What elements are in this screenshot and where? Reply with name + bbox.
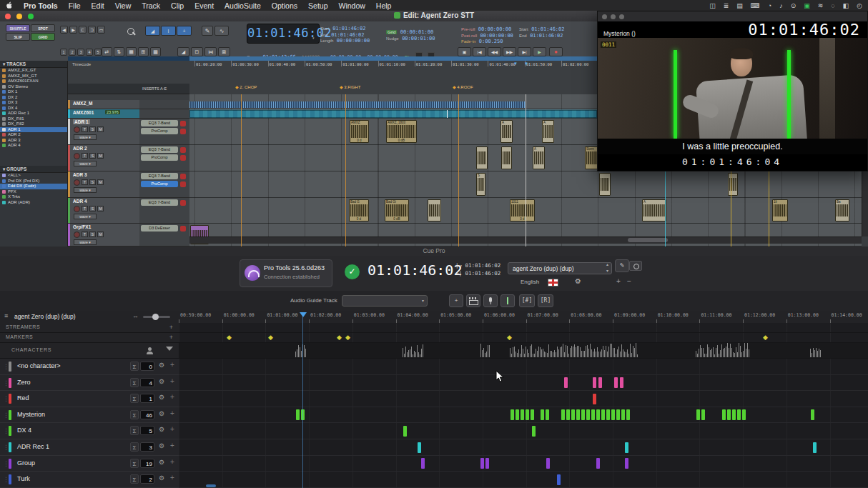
character-settings-icon[interactable]: ⚙	[159, 362, 164, 369]
cue-clip[interactable]	[620, 377, 623, 388]
menu-item-help[interactable]: Help	[376, 1, 392, 10]
menu-item-event[interactable]: Event	[194, 1, 214, 10]
track-t-button[interactable]: T	[82, 126, 88, 132]
cue-clip[interactable]	[403, 426, 407, 437]
camera-indicator-icon[interactable]: ▣	[804, 2, 810, 9]
cue-clip[interactable]	[737, 409, 741, 420]
character-add-icon[interactable]: +	[170, 458, 174, 466]
cue-pro-title-bar[interactable]: Cue Pro	[0, 247, 868, 257]
cue-clip[interactable]	[571, 409, 575, 420]
track-m-button[interactable]: M	[97, 206, 104, 211]
h-zoom-icon[interactable]: ↔	[132, 312, 139, 319]
group-item-fdd-dx-fudz[interactable]: Fdd DX (Fudz)	[0, 184, 67, 189]
menu-item-track[interactable]: Track	[142, 1, 160, 10]
audio-clip[interactable]	[476, 146, 488, 169]
selector-tool[interactable]: I	[161, 26, 176, 36]
character-settings-icon[interactable]: ⚙	[159, 426, 164, 433]
audio-clip-a[interactable]: A	[642, 199, 666, 221]
insert-bypass-button[interactable]	[180, 200, 186, 206]
character-row-turk[interactable]: ⋮TurkΣ2⚙+	[0, 472, 179, 488]
character-cue-count[interactable]: 3	[140, 442, 154, 452]
cue-clip[interactable]	[296, 409, 300, 420]
mode-shuffle[interactable]: SHUFFLE	[6, 24, 30, 32]
track-name-amxz601[interactable]: AMXZ601	[73, 110, 94, 115]
track-m-button[interactable]: M	[97, 126, 104, 132]
insert-eq3-7-band[interactable]: EQ3 7-Band	[141, 199, 178, 206]
cue-clip[interactable]	[531, 409, 534, 420]
audio-clip-a[interactable]: A	[542, 120, 554, 143]
audio-clip-a[interactable]: A	[500, 120, 513, 143]
cue-clip[interactable]	[485, 458, 489, 469]
hamburger-icon[interactable]: ≡	[4, 312, 8, 319]
cue-clip[interactable]	[516, 409, 519, 420]
group-item-x-trks[interactable]: X Trks	[0, 194, 67, 200]
track-name-adr-4[interactable]: ADR 4	[73, 199, 87, 204]
camera-button[interactable]	[629, 261, 642, 271]
insert-bypass-button[interactable]	[180, 174, 186, 179]
character-settings-icon[interactable]: ⚙	[159, 442, 164, 449]
track-view-selector[interactable]: wave ▾	[74, 214, 97, 219]
link-button-0[interactable]: ⇄	[102, 47, 112, 56]
cue-clip[interactable]	[625, 442, 628, 453]
character-cue-lane-zero[interactable]	[179, 375, 868, 392]
menu-item-file[interactable]: File	[69, 1, 81, 10]
track-controls-grp-fx1[interactable]: Grp/FX1TSMwave ▾	[68, 224, 139, 247]
cue-clip[interactable]	[564, 377, 568, 388]
audio-clip[interactable]	[728, 173, 738, 196]
character-cue-count[interactable]: 46	[140, 410, 154, 419]
track-s-button[interactable]: S	[89, 231, 96, 237]
zoom-preset-2[interactable]: 2	[69, 49, 76, 56]
session-marker-diamond[interactable]: ◆	[763, 334, 768, 341]
tracks-panel-header[interactable]: ▾ TRACKS	[0, 61, 67, 68]
counter-menu-arrow[interactable]: ▾	[312, 36, 315, 40]
insert-d3-deesser[interactable]: D3 DeEsser	[141, 225, 178, 231]
bottom-scroll-thumb[interactable]	[206, 484, 216, 487]
zoom-preset-3[interactable]: 3	[77, 49, 84, 56]
mode-spot[interactable]: SPOT	[31, 24, 55, 32]
tracks-list-item-adr-4[interactable]: ADR 4	[0, 143, 67, 149]
character-add-icon[interactable]: +	[170, 409, 174, 417]
cue-clip[interactable]	[546, 409, 549, 420]
ruler-timecode-label[interactable]: Timecode	[72, 62, 91, 66]
cue-clip[interactable]	[598, 377, 602, 388]
track-name-amxz-m[interactable]: AMXZ_M	[73, 101, 92, 106]
streamers-lane[interactable]	[179, 323, 868, 333]
record-enable-button[interactable]	[74, 126, 80, 133]
menu-item-audiosuite[interactable]: AudioSuite	[225, 1, 261, 10]
control-center-icon[interactable]: ◧	[843, 2, 849, 9]
tracks-list-item-amxz-fx-gt[interactable]: AMXZ_FX_GT	[0, 68, 67, 74]
add-event-button[interactable]: +	[449, 294, 463, 307]
cue-clip[interactable]	[625, 458, 628, 469]
insert-procomp[interactable]: ProComp	[141, 128, 178, 134]
nudge-value[interactable]: 00:00:01:00	[402, 36, 435, 41]
cue-clip[interactable]	[621, 409, 625, 420]
tracks-list-item-dx-fill1[interactable]: DX_Fill1	[0, 116, 67, 122]
zoom-preset-4[interactable]: 4	[86, 49, 93, 56]
timeline-marker-3-fight[interactable]: ◆ 3.FIGHT	[340, 84, 360, 89]
transport-record[interactable]: ●	[549, 47, 563, 56]
cue-clip[interactable]	[546, 458, 550, 469]
menu-app-name[interactable]: Pro Tools	[24, 1, 58, 10]
track-t-button[interactable]: T	[82, 206, 88, 211]
session-marker-diamond[interactable]: ◆	[337, 334, 342, 341]
link-button-2[interactable]: ▦	[126, 47, 137, 56]
zoom-button-1[interactable]: ▶	[69, 26, 77, 34]
track-view-selector[interactable]: wave ▾	[74, 161, 97, 166]
tracks-list-item-adr-1[interactable]: ADR 1	[0, 127, 67, 133]
add-button[interactable]: +	[616, 277, 621, 285]
character-cue-lane-group[interactable]	[179, 456, 868, 472]
cue-clip[interactable]	[596, 409, 600, 420]
character-cue-count[interactable]: 19	[140, 459, 154, 468]
record-take-button[interactable]: [R]	[538, 294, 553, 307]
smart-tool[interactable]: ∿	[214, 26, 229, 36]
tracks-list-item-dx-2[interactable]: DX 2	[0, 95, 67, 101]
tracks-list-item-adr-rec-1[interactable]: ADR Rec 1	[0, 111, 67, 116]
transport-online[interactable]: ▣	[458, 47, 471, 56]
audio-clip-s[interactable]: S	[476, 173, 485, 196]
audio-clip-a[interactable]: A	[533, 146, 545, 169]
tracks-list-item-dx-3[interactable]: DX 3	[0, 100, 67, 106]
character-add-icon[interactable]: +	[170, 425, 174, 433]
zoom-preset-5[interactable]: 5	[94, 49, 102, 56]
character-row-dx-4[interactable]: ⋮DX 4Σ5⚙+	[0, 423, 179, 439]
track-s-button[interactable]: S	[89, 126, 96, 132]
